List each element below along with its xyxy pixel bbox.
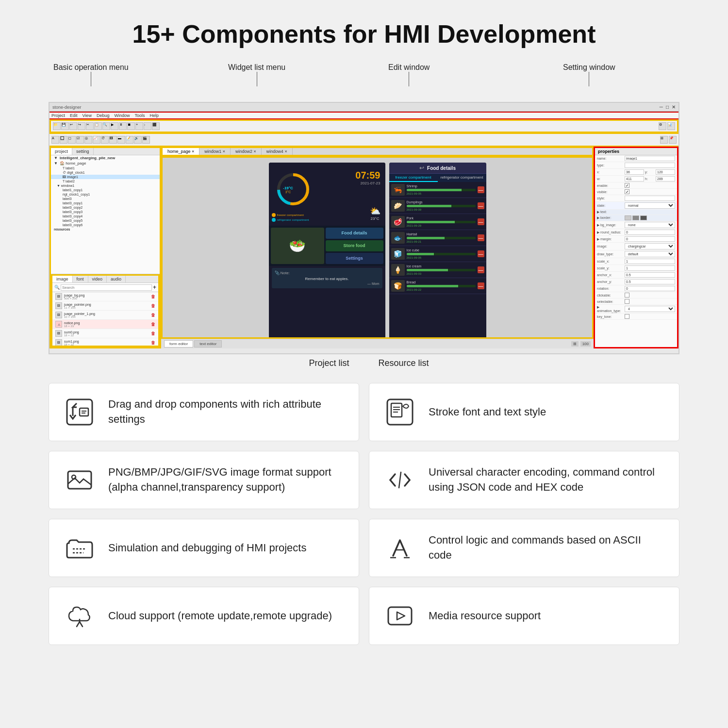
menu-edit[interactable]: Edit — [70, 113, 78, 118]
res-tab-font[interactable]: font — [73, 276, 88, 282]
menu-debug[interactable]: Debug — [97, 113, 110, 118]
tb-btn[interactable]: ⏸ — [119, 122, 127, 130]
menu-view[interactable]: View — [83, 113, 92, 118]
tb-btn[interactable]: ⏹ — [127, 122, 135, 130]
food-tab-freezer[interactable]: freezer compartment — [389, 174, 438, 182]
tb-btn[interactable]: ✂ — [86, 122, 94, 130]
zoom-ctrl[interactable]: 100 — [580, 341, 591, 347]
bottom-tab-form[interactable]: form editor — [164, 340, 193, 347]
widget-btn[interactable]: 🔊 — [134, 136, 142, 144]
menu-project[interactable]: Project — [51, 113, 65, 118]
color-swatch[interactable] — [640, 215, 647, 220]
prop-select-state[interactable]: normal pressed — [625, 202, 675, 209]
prop-checkbox-enable[interactable]: ✓ — [625, 183, 629, 188]
tb-btn[interactable]: ↪ — [78, 122, 85, 130]
tree-item[interactable]: label3_copy5 — [51, 218, 160, 223]
tab-home-page[interactable]: home_page × — [163, 148, 199, 155]
prop-input-w[interactable] — [625, 176, 644, 182]
res-tab-video[interactable]: video — [88, 276, 107, 282]
menu-help[interactable]: Help — [149, 113, 159, 118]
tb-btn[interactable]: 📋 — [94, 122, 102, 130]
tree-item[interactable]: T label2 — [51, 179, 160, 183]
widget-btn[interactable]: 🔲 — [60, 136, 67, 144]
tb-view-btn[interactable]: ⊞ — [660, 136, 668, 144]
res-tab-image[interactable]: image — [52, 276, 73, 282]
prop-checkbox-clickable[interactable] — [625, 293, 629, 298]
delete-res-btn[interactable]: 🗑 — [151, 331, 155, 336]
tree-item[interactable]: label3 — [51, 197, 160, 201]
widget-btn[interactable]: 📝 — [126, 136, 133, 144]
prop-select-anim-type[interactable]: 4 — [625, 306, 675, 312]
tb-btn[interactable]: + — [135, 122, 143, 130]
tree-item[interactable]: label1_copy1 — [51, 188, 160, 192]
back-btn[interactable]: ↩ — [419, 165, 424, 171]
tree-item[interactable]: label3_copy6 — [51, 223, 160, 227]
prop-input-type[interactable] — [625, 163, 675, 168]
window-controls[interactable]: ─ □ ✕ — [660, 104, 676, 110]
tree-item[interactable]: label3_copy4 — [51, 214, 160, 218]
tb-btn[interactable]: ▶ — [111, 122, 118, 130]
prop-input-scale-x[interactable] — [625, 259, 675, 264]
menu-tools[interactable]: Tools — [134, 113, 145, 118]
food-delete-btn[interactable]: — — [478, 218, 484, 225]
tb-btn[interactable]: 💾 — [61, 122, 69, 130]
food-tab-fridge[interactable]: refrigerator compartment — [438, 174, 486, 182]
prop-input-style[interactable] — [625, 196, 675, 201]
delete-res-btn[interactable]: 🗑 — [151, 322, 155, 327]
tb-btn[interactable]: ↩ — [69, 122, 77, 130]
tb-btn-right[interactable]: 📊 — [667, 122, 675, 130]
tb-view-btn[interactable]: 📌 — [669, 136, 677, 144]
widget-btn[interactable]: 🖼 — [109, 136, 117, 144]
tb-btn[interactable]: 🔍 — [102, 122, 110, 130]
widget-btn[interactable]: ▬ — [117, 136, 125, 144]
food-delete-btn[interactable]: — — [478, 234, 484, 241]
prop-input-x[interactable] — [625, 169, 644, 175]
tree-item[interactable]: ▼Intelligent_charging_pile_new — [51, 155, 160, 161]
tb-btn[interactable]: ⬛ — [152, 122, 160, 130]
widget-btn[interactable]: 🎬 — [142, 136, 150, 144]
tree-item[interactable]: rigt_clock1_copy1 — [51, 192, 160, 197]
zoom-ctrl[interactable]: ⊞ — [571, 341, 579, 347]
menu-window[interactable]: Window — [114, 113, 130, 118]
btn-food-details[interactable]: Food details — [326, 228, 383, 239]
delete-res-btn[interactable]: 🗑 — [151, 340, 155, 345]
tab-window2[interactable]: window2 × — [231, 148, 262, 155]
prop-input-margin[interactable] — [625, 236, 675, 242]
prop-checkbox-selectable[interactable] — [625, 299, 629, 304]
prop-input-anchor-y[interactable] — [625, 279, 675, 284]
setting-tab[interactable]: setting — [72, 148, 94, 155]
tree-item[interactable]: ⏱ digit_clock1 — [51, 170, 160, 175]
prop-select-image[interactable]: chargingcar — [625, 243, 675, 249]
tb-btn[interactable]: 📁 — [53, 122, 61, 130]
prop-input-h[interactable] — [656, 176, 675, 182]
minimize-btn[interactable]: ─ — [660, 104, 663, 110]
delete-res-btn[interactable]: 🗑 — [151, 303, 155, 308]
tb-btn-right[interactable]: ⚙ — [659, 122, 666, 130]
bottom-tab-text[interactable]: text editor — [194, 340, 222, 347]
tree-item[interactable]: ▼ window1 — [51, 183, 160, 188]
tab-window1[interactable]: window1 × — [199, 148, 231, 155]
tab-window4[interactable]: window4 × — [262, 148, 293, 155]
delete-res-btn[interactable]: 🗑 — [151, 313, 155, 317]
widget-btn[interactable]: ◎ — [84, 136, 92, 144]
widget-btn[interactable]: 📈 — [93, 136, 100, 144]
widget-btn[interactable]: A — [51, 136, 59, 144]
color-swatch[interactable] — [632, 215, 639, 220]
prop-input-rotation[interactable] — [625, 286, 675, 291]
food-delete-btn[interactable]: — — [478, 282, 484, 289]
btn-store-food[interactable]: Store food — [326, 240, 383, 251]
prop-checkbox-visible[interactable]: ✓ — [625, 189, 629, 194]
tree-item[interactable]: label3_copy3 — [51, 210, 160, 214]
prop-select-bg-image[interactable]: none — [625, 222, 675, 228]
tree-item[interactable]: ▼🏠 home_page — [51, 161, 160, 166]
project-tab[interactable]: project — [51, 148, 72, 155]
resource-search-input[interactable] — [61, 284, 152, 291]
delete-res-btn[interactable]: 🗑 — [151, 294, 155, 299]
tree-item[interactable]: label3_copy2 — [51, 205, 160, 210]
add-resource-btn[interactable]: + — [153, 284, 156, 291]
food-delete-btn[interactable]: — — [478, 266, 484, 273]
food-delete-btn[interactable]: — — [478, 250, 484, 257]
prop-input-anchor-x[interactable] — [625, 272, 675, 278]
prop-input-radius[interactable] — [625, 230, 675, 235]
widget-btn[interactable]: ◻ — [68, 136, 76, 144]
